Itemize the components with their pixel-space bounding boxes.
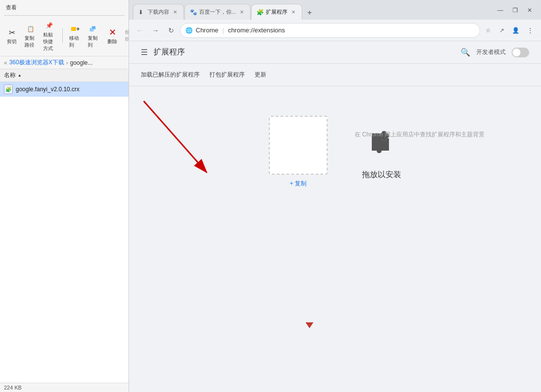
extensions-subheader: 加载已解压的扩展程序 打包扩展程序 更新	[129, 64, 541, 86]
svg-rect-2	[92, 26, 96, 29]
column-name-header[interactable]: 名称 ▲	[4, 71, 22, 79]
share-button[interactable]: ↗	[496, 25, 508, 36]
hamburger-menu-icon[interactable]: ☰	[141, 48, 148, 57]
file-size: 224 KB	[4, 385, 22, 391]
view-label: 查看	[6, 4, 17, 11]
paste-label: 粘贴快捷方式	[43, 31, 55, 52]
move-to-icon	[69, 23, 81, 35]
status-bar: 224 KB	[0, 383, 129, 392]
paste-icon: 📌	[43, 20, 55, 31]
delete-icon: ✕	[106, 26, 118, 38]
address-bar[interactable]: 🌐 Chrome | chrome://extensions	[180, 23, 480, 38]
svg-rect-0	[71, 27, 76, 31]
tab-label-downloads: 下载内容	[148, 8, 169, 16]
tab-label-extensions: 扩展程序	[266, 8, 287, 16]
new-tab-button[interactable]: +	[303, 6, 316, 20]
pack-extension-button[interactable]: 打包扩展程序	[209, 69, 245, 81]
tab-close-baidu[interactable]: ✕	[238, 9, 245, 16]
extensions-page: ☰ 扩展程序 🔍 开发者模式 加载已解压的扩展程序 打包扩展程序 更新 在 Ch…	[129, 41, 541, 392]
update-button[interactable]: 更新	[255, 69, 266, 81]
copy-path-label: 复制路径	[25, 35, 36, 49]
tab-favicon-extensions: 🧩	[257, 9, 263, 16]
delete-button[interactable]: ✕ 删除	[104, 26, 120, 46]
copy-button-label[interactable]: + 复制	[290, 180, 307, 188]
move-to-button[interactable]: 移动到	[67, 22, 83, 50]
puzzle-piece-large-icon	[362, 124, 401, 165]
address-url: chrome://extensions	[228, 26, 475, 34]
extensions-content: 在 Chrome 网上应用店中查找扩展程序和主题背景 + 复制	[129, 86, 541, 392]
file-explorer-toolbar: 查看 ✂ 剪切 📋 复制路径 📌 粘贴快捷方式	[0, 0, 129, 56]
paste-shortcut-button[interactable]: 📌 粘贴快捷方式	[41, 19, 57, 53]
drop-zone-container: + 复制	[269, 116, 328, 188]
site-security-icon: 🌐	[185, 27, 193, 34]
load-unpacked-button[interactable]: 加载已解压的扩展程序	[141, 69, 200, 81]
tab-downloads[interactable]: ⬇ 下载内容 ✕	[133, 4, 184, 20]
window-minimize-button[interactable]: —	[495, 5, 506, 16]
chrome-store-hint: 在 Chrome 网上应用店中查找扩展程序和主题背景	[355, 131, 485, 139]
breadcrumb: « 360极速浏览器X下载 › google...	[0, 56, 129, 69]
drop-zone[interactable]	[269, 116, 328, 175]
move-to-label: 移动到	[69, 35, 81, 49]
cut-button[interactable]: ✂ 剪切	[4, 26, 20, 46]
copy-to-label: 复制到	[88, 35, 100, 49]
scroll-indicator-triangle	[306, 322, 313, 328]
copy-path-icon: 📋	[25, 23, 36, 35]
breadcrumb-separator: ›	[66, 59, 68, 66]
tab-baidu[interactable]: 🐾 百度一下，你... ✕	[184, 4, 251, 20]
file-explorer-panel: 查看 ✂ 剪切 📋 复制路径 📌 粘贴快捷方式	[0, 0, 129, 392]
ext-header-right: 🔍 开发者模式	[461, 48, 529, 57]
tab-bar: ⬇ 下载内容 ✕ 🐾 百度一下，你... ✕ 🧩 扩展程序 ✕ +	[129, 4, 489, 20]
breadcrumb-part1[interactable]: 360极速浏览器X下载	[9, 58, 64, 67]
file-list-header: 名称 ▲	[0, 69, 129, 82]
cut-label: 剪切	[7, 38, 17, 45]
chrome-toolbar: ← → ↻ 🌐 Chrome | chrome://extensions ☆ ↗…	[129, 20, 541, 41]
window-controls: — ❐ ✕	[489, 5, 541, 20]
crx-file-icon	[4, 84, 13, 94]
column-name-label: 名称	[4, 71, 16, 79]
extensions-search-icon[interactable]: 🔍	[461, 48, 470, 57]
tab-close-downloads[interactable]: ✕	[172, 9, 179, 16]
view-menu[interactable]: 查看	[4, 3, 19, 12]
profile-button[interactable]: 👤	[510, 25, 521, 36]
chrome-title-bar: ⬇ 下载内容 ✕ 🐾 百度一下，你... ✕ 🧩 扩展程序 ✕ + — ❐ ✕	[129, 0, 541, 20]
svg-line-4	[144, 101, 206, 172]
extensions-page-title: 扩展程序	[154, 47, 185, 57]
delete-label: 删除	[107, 38, 117, 45]
drag-drop-install-label: 拖放以安装	[362, 170, 401, 180]
file-item-crx[interactable]: google.fanyi_v2.0.10.crx	[0, 82, 129, 97]
site-name-label: Chrome	[196, 26, 218, 34]
chrome-window: ⬇ 下载内容 ✕ 🐾 百度一下，你... ✕ 🧩 扩展程序 ✕ + — ❐ ✕	[129, 0, 541, 392]
tab-favicon-downloads: ⬇	[138, 9, 145, 16]
file-list: google.fanyi_v2.0.10.crx	[0, 82, 129, 383]
file-name-crx: google.fanyi_v2.0.10.crx	[16, 86, 79, 93]
extensions-header: ☰ 扩展程序 🔍 开发者模式	[129, 41, 541, 64]
breadcrumb-chevron-left: «	[4, 59, 7, 66]
toolbar-buttons-row: ✂ 剪切 📋 复制路径 📌 粘贴快捷方式 移动到	[4, 19, 132, 53]
breadcrumb-part2: google...	[70, 59, 93, 66]
drag-drop-row: + 复制 拖放以安装	[269, 116, 401, 188]
copy-to-button[interactable]: 复制到	[86, 22, 102, 50]
window-close-button[interactable]: ✕	[524, 5, 535, 16]
address-separator: |	[222, 26, 224, 34]
scissors-icon: ✂	[6, 26, 18, 38]
dev-mode-label: 开发者模式	[476, 48, 506, 56]
tab-label-baidu: 百度一下，你...	[199, 8, 236, 16]
dev-mode-toggle[interactable]	[512, 48, 529, 57]
sort-arrow-up: ▲	[18, 73, 22, 78]
tab-favicon-baidu: 🐾	[190, 9, 197, 16]
window-restore-button[interactable]: ❐	[510, 5, 520, 16]
chrome-menu-button[interactable]: ⋮	[523, 24, 537, 37]
reload-button[interactable]: ↻	[164, 24, 178, 37]
tab-extensions[interactable]: 🧩 扩展程序 ✕	[251, 4, 302, 20]
bookmark-star-button[interactable]: ☆	[482, 25, 494, 36]
ext-header-left: ☰ 扩展程序	[141, 47, 185, 57]
copy-path-button[interactable]: 📋 复制路径	[23, 22, 38, 50]
copy-to-icon	[88, 23, 100, 35]
back-button[interactable]: ←	[133, 24, 147, 37]
forward-button[interactable]: →	[149, 24, 162, 37]
tab-close-extensions[interactable]: ✕	[290, 9, 297, 16]
